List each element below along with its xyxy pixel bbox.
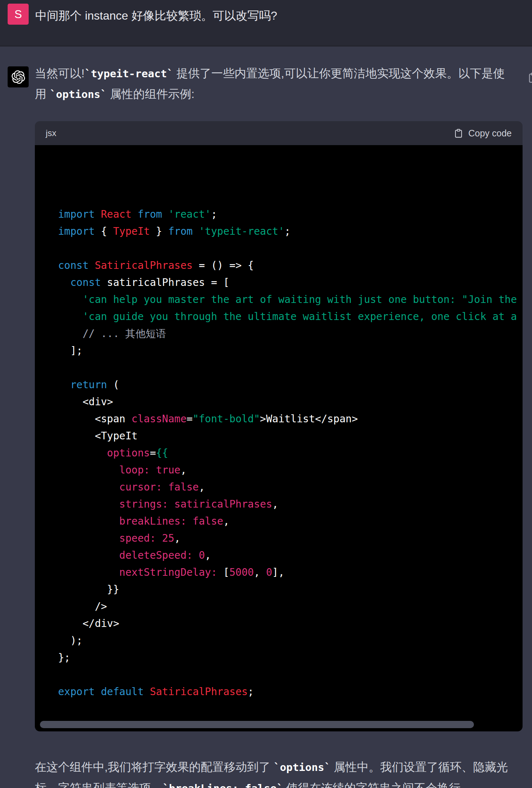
code-line: deleteSpeed: 0, bbox=[58, 547, 523, 564]
code-block: jsx Copy code import React from 'react';… bbox=[35, 121, 523, 731]
assistant-intro-paragraph: 当然可以!`typeit-react` 提供了一些内置选项,可以让你更简洁地实现… bbox=[35, 63, 513, 104]
user-message-text: 中间那个 instance 好像比较繁琐。可以改写吗? bbox=[35, 4, 277, 46]
code-line: ); bbox=[58, 632, 523, 649]
clipboard-icon bbox=[453, 128, 464, 139]
copy-message-button[interactable] bbox=[527, 71, 532, 84]
text-segment: 属性的组件示例: bbox=[107, 87, 195, 100]
code-block-header: jsx Copy code bbox=[35, 121, 523, 145]
code-line: breakLines: false, bbox=[58, 513, 523, 530]
text-segment: 当然可以! bbox=[35, 67, 85, 80]
code-content: import React from 'react';import { TypeI… bbox=[35, 145, 523, 731]
code-line: // ... 其他短语 bbox=[58, 325, 523, 342]
code-line bbox=[58, 666, 523, 683]
code-line: options={{ bbox=[58, 444, 523, 461]
code-line: import { TypeIt } from 'typeit-react'; bbox=[58, 223, 523, 240]
code-line: speed: 25, bbox=[58, 530, 523, 547]
code-line: strings: satiricalPhrases, bbox=[58, 496, 523, 513]
inline-code: `options` bbox=[274, 761, 331, 773]
code-line: 'can guide you through the ultimate wait… bbox=[58, 308, 523, 325]
user-avatar-letter: S bbox=[15, 9, 22, 20]
code-line: const SatiricalPhrases = () => { bbox=[58, 257, 523, 274]
code-line: ]; bbox=[58, 342, 523, 359]
assistant-outro-paragraph: 在这个组件中,我们将打字效果的配置移动到了 `options` 属性中。我们设置… bbox=[35, 757, 523, 788]
inline-code: `typeit-react` bbox=[85, 67, 173, 80]
inline-code: `options` bbox=[50, 88, 107, 100]
code-line: export default SatiricalPhrases; bbox=[58, 683, 523, 700]
code-line: <div> bbox=[58, 393, 523, 410]
code-line: }} bbox=[58, 581, 523, 598]
code-line: 'can help you master the art of waiting … bbox=[58, 291, 523, 308]
code-line: loop: true, bbox=[58, 461, 523, 479]
copy-code-label: Copy code bbox=[468, 128, 512, 139]
user-message-row: S 中间那个 instance 好像比较繁琐。可以改写吗? bbox=[0, 0, 532, 46]
code-line bbox=[58, 240, 523, 257]
horizontal-scrollbar-thumb[interactable] bbox=[40, 721, 474, 728]
code-line bbox=[58, 359, 523, 376]
assistant-avatar bbox=[8, 66, 29, 87]
code-line: <TypeIt bbox=[58, 427, 523, 444]
user-avatar: S bbox=[8, 4, 29, 25]
code-line: }; bbox=[58, 649, 523, 666]
text-segment: 使得在连续的字符串之间不会换行。 bbox=[283, 781, 472, 788]
assistant-message-row: 当然可以!`typeit-react` 提供了一些内置选项,可以让你更简洁地实现… bbox=[0, 46, 532, 788]
copy-code-button[interactable]: Copy code bbox=[453, 128, 512, 139]
inline-code: `breakLines: false` bbox=[163, 782, 283, 788]
code-line: </div> bbox=[58, 615, 523, 632]
code-line: return ( bbox=[58, 376, 523, 393]
code-line: <span className="font-bold">Waitlist</sp… bbox=[58, 410, 523, 427]
code-line: const satiricalPhrases = [ bbox=[58, 274, 523, 291]
code-line: cursor: false, bbox=[58, 479, 523, 496]
code-language-label: jsx bbox=[46, 128, 56, 138]
code-line: nextStringDelay: [5000, 0], bbox=[58, 564, 523, 581]
openai-logo-icon bbox=[12, 70, 25, 84]
clipboard-icon bbox=[527, 71, 532, 84]
code-line: import React from 'react'; bbox=[58, 206, 523, 223]
text-segment: 在这个组件中,我们将打字效果的配置移动到了 bbox=[35, 760, 274, 773]
code-line: /> bbox=[58, 598, 523, 615]
